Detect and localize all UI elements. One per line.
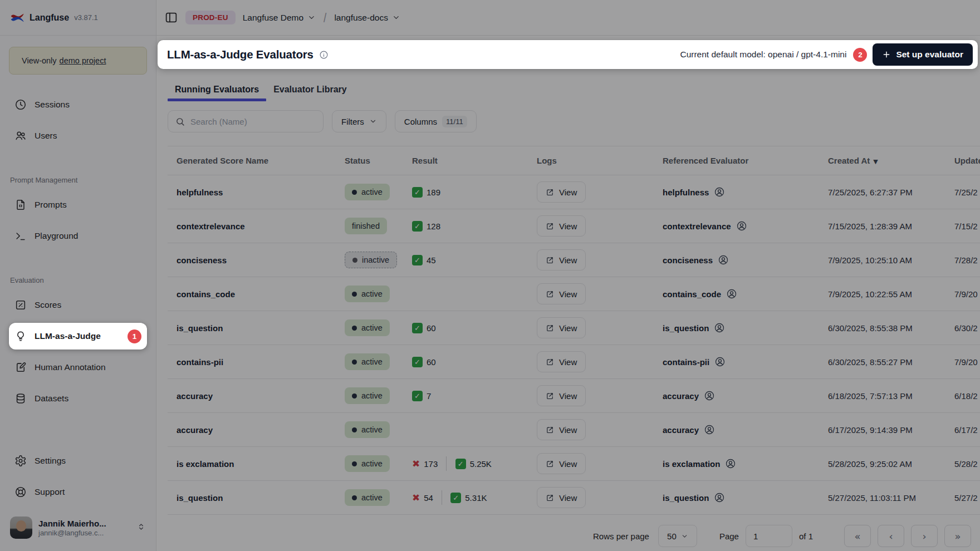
lightbulb-icon: [14, 330, 27, 342]
sidebar-item-llm-as-a-judge[interactable]: LLM-as-a-Judge 1: [9, 323, 147, 350]
sidebar-item-label: LLM-as-a-Judge: [35, 331, 101, 341]
page-header: LLM-as-a-Judge Evaluators Current defaul…: [158, 40, 978, 69]
plus-icon: [882, 50, 891, 59]
info-icon[interactable]: [319, 50, 329, 60]
default-model-text: Current default model: openai / gpt-4.1-…: [680, 50, 846, 60]
page-title: LLM-as-a-Judge Evaluators: [167, 48, 313, 61]
set-up-evaluator-button[interactable]: Set up evaluator: [873, 43, 973, 66]
annotation-badge-1: 1: [128, 329, 141, 343]
spotlight-overlay: [0, 0, 980, 551]
app-window: Langfuse v3.87.1 View-only demo project …: [0, 0, 980, 551]
annotation-badge-2: 2: [853, 48, 867, 62]
